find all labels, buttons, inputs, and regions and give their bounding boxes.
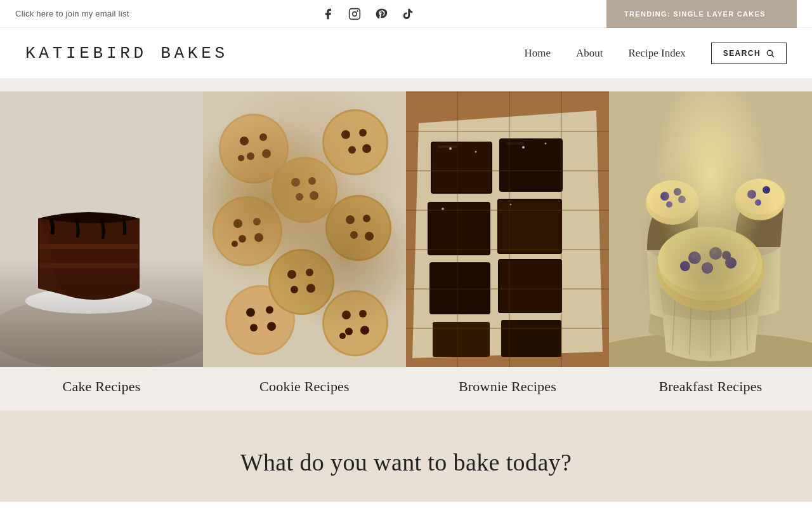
svg-point-117 <box>709 247 722 260</box>
brownies-image <box>406 91 609 367</box>
svg-point-2 <box>357 10 358 12</box>
svg-rect-10 <box>203 91 406 367</box>
svg-rect-67 <box>500 139 562 191</box>
svg-point-81 <box>449 147 452 150</box>
nav-about[interactable]: About <box>576 47 603 60</box>
social-icons-group <box>321 7 415 21</box>
instagram-icon[interactable] <box>348 7 362 21</box>
svg-point-50 <box>339 333 346 339</box>
svg-point-16 <box>247 152 254 160</box>
svg-point-94 <box>678 196 686 203</box>
trending-bar[interactable]: TRENDING: SINGLE LAYER CAKES <box>606 0 797 28</box>
svg-point-106 <box>658 227 763 301</box>
svg-point-52 <box>273 159 336 221</box>
cookies-image <box>203 91 406 367</box>
svg-point-107 <box>658 227 757 293</box>
svg-point-15 <box>259 133 267 141</box>
facebook-icon[interactable] <box>321 7 335 21</box>
svg-point-115 <box>689 252 700 264</box>
svg-point-53 <box>291 178 300 187</box>
svg-point-45 <box>324 292 386 354</box>
svg-point-37 <box>365 232 374 241</box>
svg-point-51 <box>272 157 337 223</box>
svg-line-101 <box>690 295 691 355</box>
svg-point-90 <box>647 180 698 218</box>
svg-rect-69 <box>428 203 490 255</box>
svg-point-62 <box>306 284 315 293</box>
svg-point-24 <box>362 144 371 153</box>
svg-point-60 <box>306 269 313 276</box>
svg-point-119 <box>712 250 716 254</box>
svg-rect-73 <box>430 263 490 314</box>
site-logo[interactable]: KATIEBIRD BAKES <box>25 44 228 63</box>
breakfast-label: Breakfast Recipes <box>658 367 762 410</box>
svg-point-34 <box>346 215 355 224</box>
svg-point-58 <box>270 251 332 313</box>
svg-point-86 <box>510 204 512 206</box>
svg-point-56 <box>310 191 318 200</box>
svg-point-113 <box>729 258 733 262</box>
svg-point-82 <box>475 151 477 153</box>
svg-point-43 <box>267 322 276 331</box>
svg-point-39 <box>227 287 293 353</box>
search-button[interactable]: SEARCH <box>711 43 787 64</box>
svg-point-48 <box>345 328 353 335</box>
svg-point-41 <box>266 306 273 314</box>
email-signup-link[interactable]: Click here to join my email list <box>15 9 129 18</box>
pinterest-icon[interactable] <box>374 7 388 21</box>
svg-point-124 <box>680 261 690 271</box>
nav-home[interactable]: Home <box>524 47 551 60</box>
svg-point-28 <box>253 218 261 225</box>
svg-point-84 <box>545 143 547 145</box>
svg-point-38 <box>225 285 295 355</box>
svg-point-93 <box>666 201 672 208</box>
svg-point-118 <box>710 248 721 259</box>
navbar: KATIEBIRD BAKES Home About Recipe Index … <box>0 28 812 79</box>
bake-today-title: What do you want to bake today? <box>25 448 787 476</box>
svg-point-88 <box>609 333 812 367</box>
svg-line-100 <box>672 290 676 351</box>
svg-point-6 <box>0 295 203 367</box>
svg-point-91 <box>660 192 669 201</box>
svg-point-35 <box>363 215 370 222</box>
tiktok-icon[interactable] <box>401 7 415 21</box>
svg-point-12 <box>219 114 289 184</box>
svg-point-44 <box>322 290 388 356</box>
svg-rect-72 <box>498 199 561 253</box>
svg-point-55 <box>296 193 303 201</box>
svg-point-19 <box>322 109 388 175</box>
svg-rect-65 <box>431 142 492 193</box>
svg-rect-75 <box>499 260 561 312</box>
svg-rect-74 <box>430 263 490 314</box>
svg-point-122 <box>725 257 737 269</box>
category-cake[interactable]: Cake Recipes <box>0 91 203 410</box>
svg-point-98 <box>763 186 770 194</box>
nav-recipe-index[interactable]: Recipe Index <box>629 47 686 60</box>
search-label: SEARCH <box>723 49 761 58</box>
svg-point-105 <box>657 228 764 311</box>
svg-point-27 <box>233 219 242 228</box>
category-cookies[interactable]: Cookie Recipes <box>203 91 406 410</box>
svg-point-99 <box>755 199 761 206</box>
search-icon <box>766 49 775 58</box>
svg-point-61 <box>291 286 298 293</box>
svg-point-108 <box>695 251 700 256</box>
category-brownies[interactable]: Brownie Recipes <box>406 91 609 410</box>
svg-point-33 <box>327 197 390 259</box>
svg-point-54 <box>308 177 316 185</box>
svg-point-7 <box>25 288 152 314</box>
svg-line-104 <box>745 290 747 351</box>
svg-point-1 <box>352 11 357 16</box>
nav-links: Home About Recipe Index SEARCH <box>524 43 787 64</box>
svg-point-14 <box>240 137 249 145</box>
svg-point-40 <box>246 308 255 317</box>
svg-point-111 <box>704 260 707 264</box>
cookies-label: Cookie Recipes <box>259 367 350 410</box>
category-breakfast[interactable]: Breakfast Recipes <box>609 91 812 410</box>
bottom-section: What do you want to bake today? <box>0 410 812 502</box>
trending-text: TRENDING: SINGLE LAYER CAKES <box>624 10 766 18</box>
svg-point-85 <box>442 208 444 210</box>
svg-rect-63 <box>406 91 609 367</box>
svg-point-120 <box>702 262 713 274</box>
svg-point-46 <box>342 311 351 319</box>
